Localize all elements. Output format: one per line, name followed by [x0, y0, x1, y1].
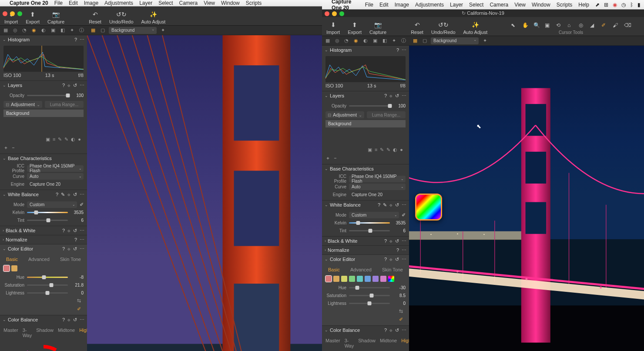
cb-tab-highlight[interactable]: Highlight — [79, 328, 87, 338]
keystone-icon[interactable]: ⌂ — [567, 22, 574, 29]
cb-tab-3way[interactable]: 3-Way — [23, 328, 32, 338]
add-layer-icon[interactable]: ＋ — [3, 144, 8, 151]
cb-tab-shadow[interactable]: Shadow — [36, 328, 54, 338]
capture-icon[interactable]: ◎ — [12, 27, 18, 33]
background-layer[interactable]: Background — [3, 110, 84, 117]
reset-button[interactable]: ↶Reset — [411, 21, 423, 35]
menu-window[interactable]: Window — [221, 0, 240, 6]
menu-select[interactable]: Select — [158, 0, 173, 6]
bt-icon[interactable]: ᛒ — [630, 2, 633, 8]
color-swatches-full[interactable] — [325, 274, 406, 284]
menu-camera[interactable]: Camera — [179, 0, 198, 6]
light-slider[interactable] — [27, 292, 68, 294]
menu-image[interactable]: Image — [395, 2, 409, 8]
menu-edit[interactable]: Edit — [379, 2, 389, 8]
wb-picker-icon[interactable]: ✐ — [80, 202, 84, 207]
kelvin-slider[interactable] — [27, 212, 68, 213]
export-button[interactable]: ⬆Export — [26, 10, 40, 24]
ce-tab-basic[interactable]: Basic — [6, 257, 18, 262]
sat-slider[interactable] — [27, 284, 68, 286]
details-icon[interactable]: ▣ — [50, 27, 56, 33]
menu-help[interactable]: Help — [578, 2, 589, 8]
menu-icon[interactable]: ⋯ — [80, 37, 84, 43]
menu-layer[interactable]: Layer — [450, 2, 463, 8]
hue-slider[interactable] — [27, 277, 68, 278]
color-swatches[interactable] — [3, 264, 84, 273]
swap-icon[interactable]: ⇆ — [77, 298, 81, 304]
help-icon[interactable]: ? — [74, 37, 77, 43]
menu-edit[interactable]: Edit — [69, 0, 78, 6]
traffic-lights[interactable] — [325, 11, 344, 16]
app-name[interactable]: Capture One 20 — [10, 0, 48, 6]
menu-file[interactable]: File — [365, 2, 373, 8]
remove-layer-icon[interactable]: － — [11, 144, 16, 151]
autoadjust-button[interactable]: ✨Auto Adjust — [463, 21, 488, 35]
cb-tab-midtone[interactable]: Midtone — [58, 328, 75, 338]
tool-tabstrip[interactable]: ▦ ◎ ◔ ◉ ◐ ▣ ◧ ✦ ⓘ — [0, 26, 87, 35]
grid-view-icon[interactable]: ▦ — [90, 27, 97, 34]
mask-view-icon[interactable]: ▣ — [46, 137, 50, 142]
import-button[interactable]: ⬇Import — [326, 21, 340, 35]
bg-layer-select[interactable]: Background — [109, 27, 157, 34]
ce-picker-icon[interactable]: ✐ — [77, 306, 81, 312]
tint-slider[interactable] — [27, 220, 68, 221]
menu-scripts[interactable]: Scripts — [246, 0, 262, 6]
ce-tab-advanced[interactable]: Advanced — [28, 257, 50, 262]
pointer-icon[interactable]: ⬉ — [511, 22, 518, 29]
color-picker-overlay[interactable] — [415, 194, 442, 221]
color-icon[interactable]: ◉ — [31, 27, 37, 33]
menu-scripts[interactable]: Scripts — [557, 2, 573, 8]
ce-tab-skin[interactable]: Skin Tone — [60, 257, 81, 262]
library-icon[interactable]: ▦ — [3, 27, 9, 33]
spot-icon[interactable]: ◎ — [579, 22, 586, 29]
menu-adjustments[interactable]: Adjustments — [104, 0, 133, 6]
wb-mode-select[interactable]: Custom — [27, 201, 77, 208]
menu-camera[interactable]: Camera — [490, 2, 508, 8]
lens-icon[interactable]: ◔ — [22, 27, 28, 33]
curve-select[interactable]: Auto — [27, 173, 84, 180]
sync-icon[interactable]: ◉ — [613, 2, 617, 8]
menu-view[interactable]: View — [514, 2, 526, 8]
capture-button[interactable]: 📷Capture — [369, 21, 386, 35]
eraser-icon[interactable]: ⌫ — [624, 22, 631, 29]
mask-icon[interactable]: ◢ — [590, 22, 597, 29]
menu-layer[interactable]: Layer — [139, 0, 152, 6]
zoom-icon[interactable]: 🔍 — [533, 22, 540, 29]
eyedropper-icon[interactable]: ✎ — [58, 137, 62, 142]
hand-icon[interactable]: ✋ — [522, 22, 529, 29]
local-icon[interactable]: ◧ — [60, 27, 66, 33]
single-view-icon[interactable]: ▢ — [99, 27, 106, 34]
cb-tab-master[interactable]: Master — [3, 328, 18, 338]
clock-icon[interactable]: ◷ — [621, 2, 626, 8]
rotate-icon[interactable]: ⟲ — [556, 22, 563, 29]
exposure-icon[interactable]: ◐ — [40, 27, 47, 33]
capture-button[interactable]: 📷Capture — [47, 10, 64, 24]
tool-tabstrip[interactable]: ▦◎◔◉◐▣◧✦ⓘ — [322, 36, 409, 46]
menu-adjustments[interactable]: Adjustments — [415, 2, 444, 8]
undoredo-button[interactable]: ↺↻Undo/Redo — [109, 10, 134, 24]
status-icon[interactable]: ⬈ — [595, 2, 600, 8]
crop-icon[interactable]: ▣ — [545, 22, 552, 29]
undoredo-button[interactable]: ↺↻Undo/Redo — [431, 21, 456, 35]
icc-select[interactable]: Phase One IQ4 150MP Flash — [27, 165, 84, 172]
app-name[interactable]: Capture One 20 — [332, 0, 359, 11]
menu-file[interactable]: File — [54, 0, 63, 6]
autoadjust-button[interactable]: ✨Auto Adjust — [141, 10, 166, 24]
traffic-lights[interactable] — [3, 11, 22, 16]
canvas-right[interactable]: ⬉ — [409, 46, 644, 351]
add-icon[interactable]: ✦ — [159, 27, 166, 34]
adjust-icon[interactable]: ✦ — [69, 27, 75, 33]
reset-button[interactable]: ↶Reset — [89, 10, 101, 24]
export-button[interactable]: ⬆Export — [348, 21, 362, 35]
wifi-icon[interactable]: ⊞ — [604, 2, 608, 8]
brush-icon[interactable]: 🖌 — [613, 22, 620, 29]
color-wheel[interactable] — [15, 342, 72, 351]
metadata-icon[interactable]: ⓘ — [78, 27, 84, 33]
menu-window[interactable]: Window — [532, 2, 550, 8]
adjustment-dropdown[interactable]: ⊟ Adjustment ⌄ — [3, 101, 42, 108]
menu-view[interactable]: View — [204, 0, 215, 6]
canvas-left[interactable] — [87, 35, 322, 351]
opacity-slider[interactable] — [27, 95, 68, 96]
menu-image[interactable]: Image — [84, 0, 98, 6]
lumarange-button[interactable]: Luma Range... — [45, 101, 84, 108]
